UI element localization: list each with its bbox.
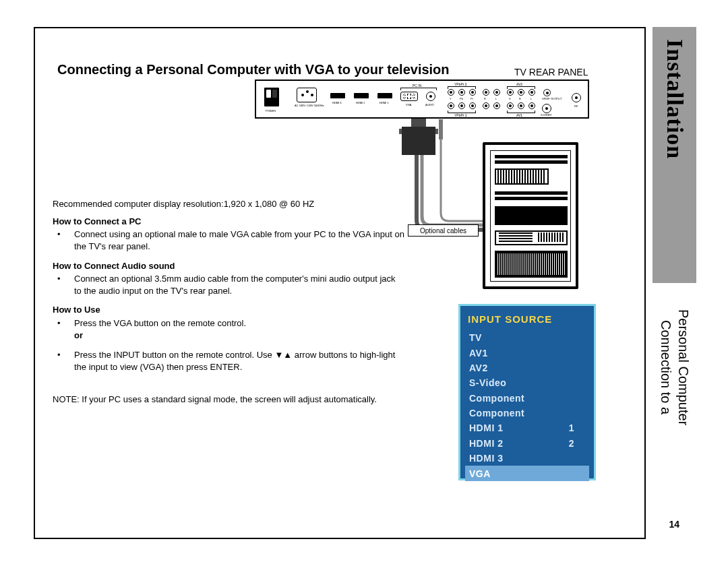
label-hdmi3: HDMI 3 [332,101,342,104]
label-vga: VGA [406,103,411,106]
label-av1: AV1 [516,113,522,117]
arrow-icons: ▼▲ [274,350,292,360]
label-pb: Pb [460,97,463,100]
label-r2: R [519,97,521,100]
pc-tower-icon [483,142,578,289]
rear-panel-diagram: POWER AC 100V~240V 50/60Hz HDMI 3 HDMI 2… [255,80,589,119]
tab-subtitle-line2: Personal Computer [675,309,691,425]
osd-title: INPUT SOURCE [465,311,589,330]
osd-item-av1[interactable]: AV1 [465,345,589,360]
label-ypbpr1: YPbPr 1 [454,113,467,117]
label-power: POWER [266,109,276,113]
label-pr: Pr [471,97,473,100]
osd-item-component[interactable]: Component [465,406,589,420]
vga-connector-icon [402,127,435,155]
label-r: R [484,97,486,100]
label-svideo: S-VIDEO [541,113,551,117]
osd-item-component[interactable]: Component [465,391,589,406]
osd-input-source-menu: INPUT SOURCE TVAV1AV2S-VideoComponentCom… [458,304,596,480]
label-hdmi2: HDMI 2 [356,101,365,104]
page-number: 14 [669,519,679,530]
label-audio: AUDIO [425,103,434,106]
optional-cables-label: Optional cables [408,224,479,237]
heading-connect-pc: How to Connect a PC [53,216,403,228]
osd-item-s-video[interactable]: S-Video [465,375,589,390]
heading-how-use: How to Use [53,304,403,316]
label-l2: L [530,97,532,100]
osd-item-hdmi-1[interactable]: HDMI 11 [465,420,589,435]
tab-subtitle-line1: Connection to a [658,320,673,414]
osd-item-hdmi-3[interactable]: HDMI 3 [465,451,589,466]
label-rf: RF [574,104,578,108]
label-ac: AC 100V~240V 50/60Hz [295,104,324,107]
label-hdmi1: HDMI 1 [380,101,389,104]
tab-subtitle: Connection to a Personal Computer [653,296,696,438]
note-text: NOTE: If your PC uses a standard signal … [53,394,430,406]
label-y: Y [450,97,452,100]
label-v: V [509,97,511,100]
page-title: Connecting a Personal Computer with VGA … [57,62,450,77]
audio-plug-icon [439,119,443,139]
osd-item-hdmi-2[interactable]: HDMI 22 [465,436,589,451]
label-l: L [495,97,497,100]
tab-installation: Installation [653,27,696,283]
tab-installation-label: Installation [662,39,688,159]
or-text: or [74,330,425,342]
rear-panel-label: TV REAR PANEL [514,67,588,77]
heading-connect-audio: How to Connect Audio sound [53,260,403,272]
osd-item-vga[interactable]: VGA [465,466,589,480]
side-tabs: Installation Connection to a Personal Co… [653,27,696,539]
resolution-text: Recommended computer display resolution:… [53,198,403,210]
osd-item-tv[interactable]: TV [465,330,589,345]
osd-item-av2[interactable]: AV2 [465,361,589,375]
label-spdif: SPDIF OUTPUT [542,98,562,100]
